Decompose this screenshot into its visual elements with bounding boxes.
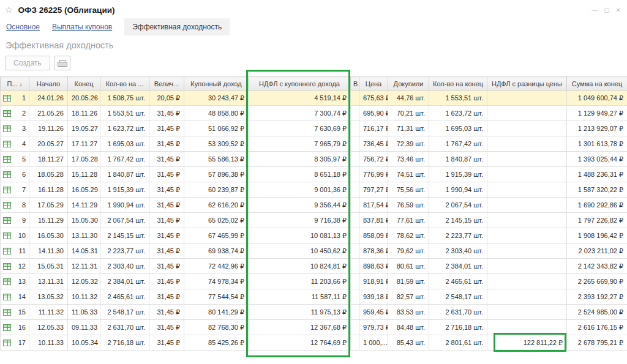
cell-num[interactable]: 4 [1,136,29,152]
cell-v[interactable] [351,91,359,106]
cell-v[interactable] [351,213,359,228]
cell-ndfl_diff[interactable] [487,259,567,274]
cell-bought[interactable]: 84,48 шт. [388,320,429,335]
cell-v[interactable] [351,121,359,136]
table-row[interactable]: 716.11.2816.05.291 915,39 шт.31,45 ₽60 2… [1,182,627,198]
column-header-ndfl_coupon[interactable]: НДФЛ с купонного дохода [249,77,351,91]
table-row[interactable]: 518.11.2717.05.281 767,42 шт.31,45 ₽55 5… [1,152,627,167]
cell-start[interactable]: 17.05.29 [29,198,68,213]
cell-total[interactable]: 2 678 795,21 ₽ [567,335,627,351]
cell-start[interactable]: 20.05.27 [29,136,68,152]
cell-ndfl_coupon[interactable]: 10 081,13 ₽ [249,228,351,243]
cell-start[interactable]: 19.11.26 [29,121,68,136]
column-header-num[interactable]: П... ↓ [1,77,29,91]
cell-qty_end[interactable]: 2 548,17 шт. [429,289,487,305]
favorite-star-icon[interactable]: ☆ [5,5,13,15]
cell-ndfl_coupon[interactable]: 8 305,97 ₽ [249,152,351,167]
create-button[interactable]: Создать [5,56,50,70]
cell-ndfl_coupon[interactable]: 10 450,62 ₽ [249,243,351,259]
column-header-qty_end[interactable]: Кол-во на конец [429,77,487,91]
cell-num[interactable]: 7 [1,182,29,198]
cell-end[interactable]: 19.05.27 [68,121,100,136]
cell-qty_start[interactable]: 1 623,72 шт. [100,121,149,136]
cell-num[interactable]: 13 [1,274,29,289]
cell-price[interactable]: 918,91 ₽ [359,274,388,289]
cell-bought[interactable]: 71,31 шт. [388,121,429,136]
cell-coupon_value[interactable]: 31,45 ₽ [149,274,184,289]
cell-num[interactable]: 17 [1,335,29,351]
table-row[interactable]: 1016.05.3013.11.302 145,15 шт.31,45 ₽67 … [1,228,627,243]
cell-qty_end[interactable]: 1 553,51 шт. [429,91,487,106]
cell-v[interactable] [351,182,359,198]
cell-bought[interactable]: 75,56 шт. [388,182,429,198]
cell-end[interactable]: 14.05.31 [68,243,100,259]
cell-end[interactable]: 11.05.33 [68,305,100,320]
cell-start[interactable]: 18.11.27 [29,152,68,167]
cell-total[interactable]: 1 049 600,74 ₽ [567,91,627,106]
cell-price[interactable]: 675,63 ₽ [359,91,388,106]
cell-total[interactable]: 2 265 669,90 ₽ [567,274,627,289]
cell-total[interactable]: 2 524 985,00 ₽ [567,305,627,320]
cell-ndfl_coupon[interactable]: 11 203,66 ₽ [249,274,351,289]
cell-v[interactable] [351,167,359,182]
cell-ndfl_diff[interactable] [487,91,567,106]
cell-num[interactable]: 3 [1,121,29,136]
cell-bought[interactable]: 78,62 шт. [388,228,429,243]
cell-start[interactable]: 14.11.30 [29,243,68,259]
cell-coupon_value[interactable]: 31,45 ₽ [149,121,184,136]
cell-qty_end[interactable]: 2 631,70 шт. [429,305,487,320]
cell-coupon_value[interactable]: 31,45 ₽ [149,198,184,213]
cell-qty_end[interactable]: 2 145,15 шт. [429,213,487,228]
cell-total[interactable]: 1 301 613,78 ₽ [567,136,627,152]
cell-qty_start[interactable]: 2 067,54 шт. [100,213,149,228]
cell-start[interactable]: 24.01.26 [29,91,68,106]
cell-qty_start[interactable]: 2 145,15 шт. [100,228,149,243]
table-row[interactable]: 124.01.2620.05.261 508,75 шт.20,05 ₽30 2… [1,91,627,106]
cell-bought[interactable]: 81,59 шт. [388,274,429,289]
cell-coupon_value[interactable]: 20,05 ₽ [149,91,184,106]
cell-coupon_value[interactable]: 31,45 ₽ [149,289,184,305]
cell-start[interactable]: 16.11.28 [29,182,68,198]
cell-start[interactable]: 15.05.31 [29,259,68,274]
cell-qty_start[interactable]: 1 990,94 шт. [100,198,149,213]
cell-price[interactable]: 776,99 ₽ [359,167,388,182]
close-icon[interactable]: ✕ [616,7,621,13]
cell-qty_end[interactable]: 1 915,39 шт. [429,167,487,182]
column-header-coupon_value[interactable]: Велич... [149,77,184,91]
cell-end[interactable]: 14.11.29 [68,198,100,213]
cell-coupon_income[interactable]: 72 442,96 ₽ [184,259,249,274]
cell-num[interactable]: 11 [1,243,29,259]
cell-coupon_value[interactable]: 31,45 ₽ [149,136,184,152]
cell-coupon_income[interactable]: 53 309,52 ₽ [184,136,249,152]
cell-total[interactable]: 1 587 320,22 ₽ [567,182,627,198]
cell-bought[interactable]: 79,62 шт. [388,243,429,259]
cell-price[interactable]: 979,73 ₽ [359,320,388,335]
cell-ndfl_diff[interactable] [487,320,567,335]
column-header-price[interactable]: Цена [359,77,388,91]
cell-coupon_income[interactable]: 55 586,13 ₽ [184,152,249,167]
cell-ndfl_diff[interactable] [487,243,567,259]
cell-ndfl_coupon[interactable]: 9 356,44 ₽ [249,198,351,213]
table-row[interactable]: 319.11.2619.05.271 623,72 шт.31,45 ₽51 0… [1,121,627,136]
cell-price[interactable]: 939,18 ₽ [359,289,388,305]
cell-ndfl_diff[interactable] [487,213,567,228]
cell-ndfl_diff[interactable] [487,136,567,152]
table-row[interactable]: 1114.11.3014.05.312 223,77 шт.31,45 ₽69 … [1,243,627,259]
cell-ndfl_diff[interactable] [487,152,567,167]
cell-ndfl_coupon[interactable]: 12 367,68 ₽ [249,320,351,335]
cell-total[interactable]: 1 393 025,44 ₽ [567,152,627,167]
table-row[interactable]: 1710.11.3310.05.342 716,18 шт.31,45 ₽85 … [1,335,627,351]
cell-v[interactable] [351,305,359,320]
nav-link-main[interactable]: Основное [6,23,40,31]
print-button[interactable] [54,56,70,70]
cell-total[interactable]: 1 129 949,27 ₽ [567,106,627,121]
cell-ndfl_coupon[interactable]: 7 630,69 ₽ [249,121,351,136]
table-row[interactable]: 221.05.2618.11.261 553,51 шт.31,45 ₽48 8… [1,106,627,121]
cell-total[interactable]: 1 690 292,86 ₽ [567,198,627,213]
cell-v[interactable] [351,136,359,152]
cell-coupon_value[interactable]: 31,45 ₽ [149,243,184,259]
cell-end[interactable]: 16.05.29 [68,182,100,198]
cell-ndfl_diff[interactable] [487,182,567,198]
cell-coupon_income[interactable]: 67 465,99 ₽ [184,228,249,243]
cell-qty_start[interactable]: 2 384,01 шт. [100,274,149,289]
